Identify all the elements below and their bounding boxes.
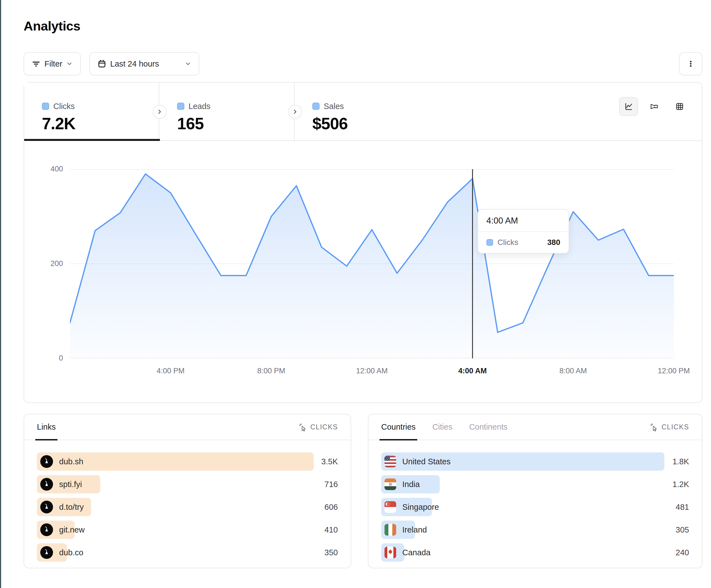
chevron-right-icon — [156, 108, 163, 115]
links-panel-header: Links CLICKS — [24, 414, 351, 440]
row-label: dub.sh — [59, 457, 83, 466]
stat-legend-square — [42, 103, 49, 110]
row-label: India — [402, 480, 420, 489]
tooltip-time: 4:00 AM — [478, 210, 568, 232]
x-axis-tick-label: 8:00 PM — [257, 367, 285, 375]
list-item-d-to-try[interactable]: d.to/try606 — [37, 498, 338, 516]
clicks-area-chart[interactable] — [70, 169, 674, 358]
table-view-icon — [675, 102, 684, 111]
list-item-united-states[interactable]: United States1.8K — [381, 452, 689, 471]
row-label: spti.fyi — [59, 480, 82, 489]
geo-panel-header: CountriesCitiesContinents CLICKS — [368, 414, 702, 440]
ca-flag-icon — [385, 547, 396, 558]
tab-links[interactable]: Links — [37, 414, 56, 440]
stat-value: 165 — [177, 114, 294, 133]
y-axis-tick-label: 0 — [33, 354, 63, 362]
date-range-button[interactable]: Last 24 hours — [89, 52, 199, 75]
cursor-click-icon — [299, 423, 307, 431]
area-fill — [70, 174, 674, 358]
stat-tab-clicks[interactable]: Clicks7.2K — [24, 83, 159, 140]
row-value: 3.5K — [321, 457, 338, 466]
links-metric-selector[interactable]: CLICKS — [299, 423, 338, 431]
sg-flag-icon — [385, 501, 396, 513]
stat-value: $506 — [312, 114, 430, 133]
row-value: 481 — [676, 502, 689, 512]
list-item-india[interactable]: India1.2K — [381, 475, 689, 493]
y-axis-tick-label: 400 — [33, 165, 63, 173]
row-value: 410 — [325, 525, 338, 535]
kebab-icon — [686, 59, 695, 68]
stat-label: Clicks — [53, 102, 75, 111]
tab-continents[interactable]: Continents — [469, 414, 508, 440]
stat-tab-sales[interactable]: Sales$506 — [295, 83, 430, 140]
row-label: dub.co — [59, 548, 83, 557]
more-options-button[interactable] — [679, 52, 703, 75]
line-chart-view-icon — [624, 102, 633, 111]
list-item-dub-sh[interactable]: dub.sh3.5K — [37, 452, 338, 471]
stat-value: 7.2K — [42, 114, 159, 133]
us-flag-icon — [385, 456, 396, 467]
active-tab-underline — [35, 439, 58, 440]
stat-label: Sales — [324, 102, 344, 111]
table-view-button[interactable] — [670, 97, 689, 116]
dub-logo-icon — [43, 458, 50, 466]
geo-metric-label: CLICKS — [662, 423, 689, 431]
list-item-git-new[interactable]: git.new410 — [37, 521, 338, 539]
x-axis-tick-label: 8:00 AM — [559, 367, 587, 375]
tab-label: Cities — [432, 423, 453, 432]
calendar-icon — [98, 60, 106, 68]
tab-label: Continents — [469, 423, 508, 432]
dub-logo-icon — [43, 503, 50, 511]
list-item-dub-co[interactable]: dub.co350 — [37, 543, 338, 562]
row-label: Ireland — [402, 525, 427, 535]
chevron-down-icon — [185, 61, 191, 67]
stat-expand-chevron-button[interactable] — [153, 105, 167, 119]
link-favicon — [40, 523, 53, 536]
active-stat-underline — [24, 139, 160, 141]
tooltip-series-label: Clicks — [497, 238, 518, 247]
dub-logo-icon — [43, 480, 50, 488]
row-value: 606 — [325, 502, 338, 512]
dub-logo-icon — [43, 549, 50, 557]
clicks-chart[interactable]: 4:00 AM Clicks 380 02004004:00 PM8:00 PM… — [24, 141, 702, 403]
tab-label: Countries — [381, 423, 416, 432]
filter-button[interactable]: Filter — [24, 52, 81, 75]
link-favicon — [40, 546, 53, 559]
tab-links-label: Links — [37, 423, 56, 432]
x-axis-tick-label: 4:00 AM — [458, 367, 487, 375]
line-chart-view-button[interactable] — [619, 97, 638, 116]
link-favicon — [40, 478, 53, 491]
link-favicon — [40, 501, 53, 513]
list-item-singapore[interactable]: Singapore481 — [381, 498, 689, 516]
funnel-view-button[interactable] — [645, 97, 664, 116]
funnel-view-icon — [649, 102, 659, 111]
row-value: 1.2K — [672, 480, 689, 489]
tab-countries[interactable]: Countries — [381, 414, 416, 440]
x-axis-tick-label: 4:00 PM — [156, 367, 185, 375]
row-label: Singapore — [402, 502, 439, 512]
ie-flag-icon — [385, 524, 396, 536]
x-axis-tick-label: 12:00 AM — [356, 367, 388, 375]
list-item-ireland[interactable]: Ireland305 — [381, 521, 689, 539]
page-title: Analytics — [24, 18, 80, 33]
geo-metric-selector[interactable]: CLICKS — [650, 423, 689, 431]
stat-expand-chevron-button[interactable] — [288, 105, 302, 119]
chart-tooltip: 4:00 AM Clicks 380 — [477, 209, 569, 253]
stat-legend-square — [177, 103, 184, 110]
active-tab-underline — [380, 439, 417, 440]
x-axis-tick-label: 12:00 PM — [658, 367, 690, 375]
geo-tabs: CountriesCitiesContinents — [381, 414, 508, 440]
tab-cities[interactable]: Cities — [432, 414, 453, 440]
links-metric-label: CLICKS — [310, 423, 338, 431]
list-item-spti-fyi[interactable]: spti.fyi716 — [37, 475, 338, 493]
chevron-right-icon — [292, 108, 299, 115]
row-label: d.to/try — [59, 502, 84, 512]
chart-view-toggles — [619, 97, 689, 116]
row-label: Canada — [402, 548, 431, 557]
dub-logo-icon — [43, 526, 50, 534]
stat-tab-leads[interactable]: Leads165 — [159, 83, 295, 140]
stat-legend-square — [312, 103, 320, 110]
list-item-canada[interactable]: Canada240 — [381, 543, 689, 562]
links-panel: Links CLICKS dub.sh3.5Kspti.fyi716d.to/t… — [24, 414, 351, 568]
filter-icon — [32, 60, 40, 68]
